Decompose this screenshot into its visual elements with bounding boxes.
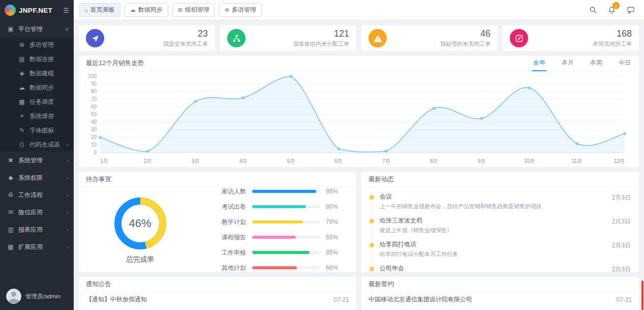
code-icon: ⟨⟩: [18, 141, 25, 148]
search-icon[interactable]: [589, 6, 597, 14]
tab-home-dashboard[interactable]: ⌂ 首页展板: [79, 3, 120, 17]
sidebar-item-system-management[interactable]: ✖ 系统管理 ›: [0, 152, 74, 169]
timeline-dot: [370, 267, 374, 271]
jnpf-logo-icon: [5, 5, 16, 16]
sidebar-item-wechat-app[interactable]: ✉ 微信应用 ›: [0, 204, 74, 221]
svg-text:90: 90: [91, 81, 97, 87]
sidebar-item-workflow[interactable]: ♻ 工作流程 ›: [0, 186, 74, 204]
progress-percent: 65%: [326, 234, 343, 241]
contracts-card: 最新签约 中国移动北京通信集团设计院有限公司 07-21 中科智慧国际信息技术有…: [361, 277, 639, 310]
completion-label: 总完成率: [126, 255, 155, 264]
app: JNPF.NET ☰ ▣ 平台管理 ∨ ⊕ 多语管理 ▤ 数据连接 ◈: [0, 0, 644, 310]
avatar: [6, 289, 21, 304]
tab-org-management[interactable]: ⊞ 组织管理: [172, 3, 215, 17]
sidebar-item-data-sync[interactable]: ☁ 数据同步: [0, 80, 74, 95]
timeline-item[interactable]: 给张三发送文档 发送上年度《销售业绩报告》 2月3日: [370, 213, 631, 237]
bar-chart-icon: ▥: [7, 226, 14, 233]
stat-card-closed-week: 168 本周关闭的工单: [503, 25, 639, 51]
sales-trend-card: 最近12个月销售走势 全年 本月 本周 今日 01020304050607080…: [79, 56, 639, 167]
sidebar-item-extension-app[interactable]: ▩ 扩展应用 ›: [0, 238, 74, 256]
filter-week[interactable]: 本周: [589, 56, 603, 71]
timeline-dot: [370, 195, 374, 200]
stat-card-submitted: 23 我提交未关闭工单: [79, 25, 215, 51]
collapse-sidebar-icon[interactable]: ☰: [63, 7, 69, 14]
svg-text:4月: 4月: [239, 158, 248, 164]
timeline-dot: [370, 219, 374, 223]
timeline-dot: [370, 243, 374, 247]
svg-text:7月: 7月: [382, 158, 390, 164]
cloud-icon: ☁: [130, 7, 136, 13]
todo-item: 工作审核 85%: [210, 248, 343, 257]
sidebar-item-font-icons[interactable]: ✎ 字体图标: [0, 123, 74, 137]
todo-title: 待办事宜: [86, 175, 111, 184]
org-icon: ⊞: [178, 7, 182, 13]
timeline-item[interactable]: 给李四打电话 给李四打电话分配本月工作任务 2月3日: [370, 237, 631, 261]
completion-donut: 46% 总完成率: [83, 190, 197, 269]
chevron-right-icon: ›: [67, 227, 69, 233]
svg-text:30: 30: [91, 127, 97, 132]
font-icon: ✎: [18, 127, 25, 134]
progress-percent: 85%: [326, 249, 343, 256]
contract-item[interactable]: 中国移动北京通信集团设计院有限公司 07-21: [361, 292, 639, 307]
platform-submenu: ⊕ 多语管理 ▤ 数据连接 ◈ 数据建模 ☁ 数据同步 ▦ 任务调度: [0, 38, 74, 152]
sidebar-item-data-modeling[interactable]: ◈ 数据建模: [0, 66, 74, 80]
filter-today[interactable]: 今日: [618, 56, 632, 71]
sidebar-item-report-app[interactable]: ▥ 报表应用 ›: [0, 221, 74, 238]
progress-bar: [252, 236, 320, 239]
notice-item[interactable]: 【通知】中秋放假通知 07-21: [79, 292, 356, 307]
sales-trend-chart: 01020304050607080901001月2月3月4月5月6月7月8月9月…: [85, 71, 633, 167]
middle-row: 待办事宜 46% 总完成率: [79, 172, 639, 272]
logo-row: JNPF.NET ☰: [0, 0, 74, 20]
globe-icon: ⊕: [225, 7, 229, 13]
sidebar-item-multi-language[interactable]: ⊕ 多语管理: [0, 38, 74, 52]
warning-icon: [369, 29, 387, 47]
message-icon[interactable]: [627, 6, 635, 14]
svg-text:0: 0: [94, 150, 97, 155]
news-card: 最新动态 会议 上一年的销售业绩发布会，总结产品营销和销售趋势及销售的现状 2月…: [361, 172, 639, 272]
notification-badge: 1: [612, 2, 620, 9]
progress-bar: [252, 190, 320, 193]
sidebar-item-platform-management[interactable]: ▣ 平台管理 ∨: [0, 20, 74, 38]
sidebar-item-system-cache[interactable]: ◓ 系统缓存: [0, 109, 74, 123]
sidebar-item-task-schedule[interactable]: ▦ 任务调度: [0, 95, 74, 109]
timeline-item[interactable]: 公司年会 发年终奖啦。哈哈哈~~ 2月3日: [370, 261, 631, 272]
progress-percent: 80%: [326, 203, 343, 210]
filter-year[interactable]: 全年: [532, 56, 546, 71]
timeline-item[interactable]: 会议 上一年的销售业绩发布会，总结产品营销和销售趋势及销售的现状 2月3日: [370, 189, 631, 213]
tab-multi-language[interactable]: ⊕ 多语管理: [219, 3, 262, 17]
stat-value: 46: [392, 29, 490, 39]
svg-text:20: 20: [91, 134, 97, 140]
list-icon: ▤: [18, 55, 25, 63]
stat-cards: 23 我提交未关闭工单 121 我客服组内未分配工单: [79, 25, 639, 51]
send-icon: [86, 29, 104, 47]
notices-title: 通知公告: [86, 280, 111, 289]
scrollbar-thumb[interactable]: [641, 280, 643, 310]
cloud-icon: ☁: [18, 84, 25, 91]
cube-icon: ◈: [18, 70, 25, 77]
user-profile[interactable]: 管理员/admin: [6, 289, 60, 304]
share-nodes-icon: ♻: [7, 191, 14, 199]
progress-percent: 66%: [326, 264, 343, 271]
tab-data-sync[interactable]: ☁ 数据同步: [125, 3, 168, 17]
svg-text:60: 60: [91, 104, 97, 109]
chevron-right-icon: ›: [67, 157, 69, 163]
sidebar-item-data-connection[interactable]: ▤ 数据连接: [0, 52, 74, 66]
svg-text:1月: 1月: [100, 158, 108, 164]
contract-item[interactable]: 中科智慧国际信息技术有限公司 07-20: [361, 307, 639, 310]
filter-month[interactable]: 本月: [561, 56, 575, 71]
contracts-title: 最新签约: [369, 280, 394, 289]
notice-item[interactable]: 【公告】关于系统升级维护的公告 07-20: [79, 307, 356, 310]
sidebar-item-code-generator[interactable]: ⟨⟩ 代码生成器 ›: [0, 137, 74, 152]
notification-bell-icon[interactable]: 1: [608, 6, 616, 14]
chevron-down-icon: ∨: [65, 26, 69, 33]
todo-item: 教学计划 75%: [210, 218, 343, 227]
svg-text:3月: 3月: [192, 158, 200, 164]
topbar-actions: 1: [589, 6, 635, 14]
todo-item: 其他计划 66%: [210, 264, 343, 272]
sidebar-item-system-permission[interactable]: ◆ 系统权限 ›: [0, 169, 74, 186]
stat-card-unassigned: 121 我客服组内未分配工单: [220, 25, 356, 51]
stat-value: 168: [533, 29, 632, 39]
progress-bar: [252, 205, 320, 208]
progress-percent: 95%: [326, 188, 343, 195]
progress-bar: [252, 220, 320, 223]
